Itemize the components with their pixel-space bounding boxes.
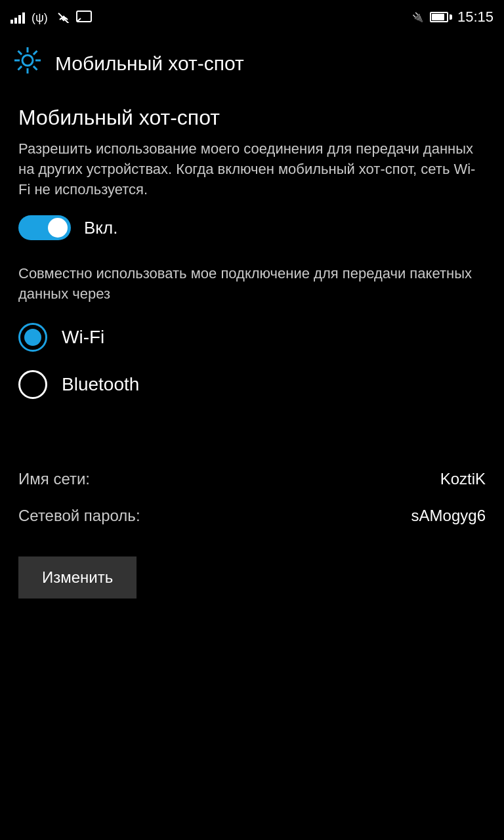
hotspot-toggle[interactable] — [18, 215, 71, 240]
radio-wifi[interactable]: Wi-Fi — [18, 323, 486, 352]
svg-line-1 — [58, 13, 69, 23]
message-icon — [76, 10, 92, 24]
toggle-label: Вкл. — [84, 218, 117, 238]
toggle-knob — [48, 218, 68, 238]
radio-wifi-inner — [24, 329, 41, 346]
network-password-row: Сетевой пароль: sAMogyg6 — [18, 507, 486, 525]
section-description: Разрешить использование моего соединения… — [18, 139, 486, 200]
radio-wifi-label: Wi-Fi — [62, 327, 104, 348]
radio-wifi-circle — [18, 323, 47, 352]
settings-icon — [13, 46, 42, 81]
wifi-status-icon — [56, 11, 71, 23]
page-header: Мобильный хот-спот — [0, 34, 504, 93]
signal-icon — [10, 10, 25, 24]
network-password-label: Сетевой пароль: — [18, 507, 140, 525]
svg-line-10 — [33, 66, 37, 70]
status-right: 🔌 15:15 — [412, 9, 494, 26]
svg-point-4 — [22, 55, 33, 66]
network-name-label: Имя сети: — [18, 470, 90, 488]
radio-bluetooth-circle — [18, 370, 47, 399]
charging-icon: 🔌 — [412, 12, 423, 22]
status-left: (ψ) — [10, 10, 92, 24]
status-bar: (ψ) 🔌 15:15 — [0, 0, 504, 34]
cellular-icon: (ψ) — [30, 10, 51, 24]
hotspot-toggle-row: Вкл. — [18, 215, 486, 240]
radio-bluetooth[interactable]: Bluetooth — [18, 370, 486, 399]
battery-icon — [430, 12, 452, 22]
network-name-row: Имя сети: KoztiK — [18, 470, 486, 488]
section-heading: Мобильный хот-спот — [18, 106, 486, 130]
edit-button[interactable]: Изменить — [18, 556, 136, 598]
radio-bluetooth-label: Bluetooth — [62, 374, 139, 395]
page-title: Мобильный хот-спот — [55, 52, 244, 75]
svg-line-12 — [18, 66, 22, 70]
svg-text:(ψ): (ψ) — [32, 11, 48, 24]
share-description: Совместно использовать мое подключение д… — [18, 264, 486, 304]
main-content: Мобильный хот-спот Разрешить использован… — [0, 93, 504, 430]
network-info-section: Имя сети: KoztiK Сетевой пароль: sAMogyg… — [0, 457, 504, 556]
network-password-value: sAMogyg6 — [411, 507, 486, 525]
network-name-value: KoztiK — [440, 470, 486, 488]
svg-line-11 — [33, 51, 37, 55]
clock: 15:15 — [457, 9, 494, 26]
svg-line-9 — [18, 51, 22, 55]
